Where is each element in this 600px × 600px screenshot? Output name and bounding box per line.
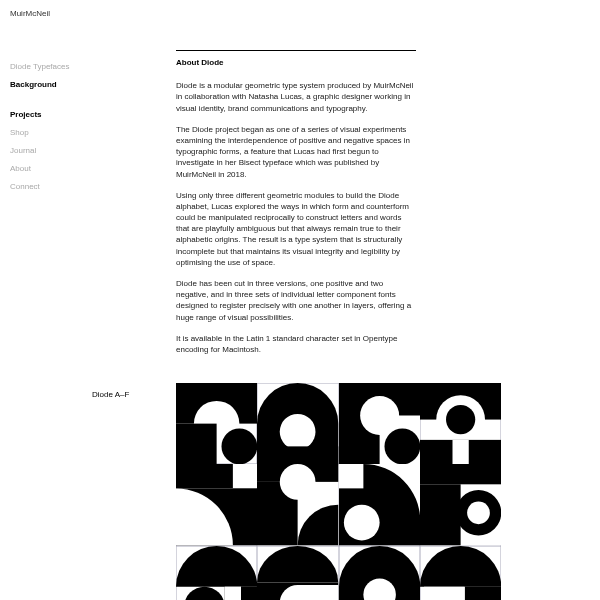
- glyph-cell: [420, 383, 501, 464]
- glyph-cell: [257, 464, 338, 545]
- glyph-cell: [257, 383, 338, 464]
- svg-point-12: [446, 405, 475, 434]
- sidebar: MuirMcNeil Diode Typefaces Background Pr…: [0, 0, 92, 600]
- svg-rect-16: [233, 464, 257, 488]
- svg-rect-26: [420, 464, 501, 484]
- svg-point-4: [280, 414, 316, 450]
- article-para: It is available in the Latin 1 standard …: [176, 333, 416, 355]
- svg-point-21: [280, 464, 316, 500]
- article: About Diode Diode is a modular geometric…: [176, 57, 416, 355]
- alphabet-grid: [176, 383, 501, 600]
- article-para: Using only three different geometric mod…: [176, 190, 416, 268]
- svg-rect-5: [257, 447, 338, 465]
- nav-diode-typefaces[interactable]: Diode Typefaces: [10, 61, 86, 72]
- svg-point-30: [184, 586, 225, 600]
- article-para: The Diode project began as one of a seri…: [176, 124, 416, 180]
- figure-wrap: Diode A–F: [92, 383, 600, 600]
- glyph-cell: [420, 464, 501, 545]
- figure-caption-col: Diode A–F: [92, 383, 176, 600]
- svg-rect-23: [339, 464, 363, 488]
- nav-about[interactable]: About: [10, 163, 86, 174]
- glyph-cell: [420, 546, 501, 600]
- nav-connect[interactable]: Connect: [10, 181, 86, 192]
- main-content: About Diode Diode is a modular geometric…: [92, 0, 600, 600]
- projects-nav: Projects Shop Journal About Connect: [10, 109, 86, 193]
- article-title: About Diode: [176, 57, 416, 68]
- glyph-cell: [257, 546, 338, 600]
- glyph-cell: [176, 464, 257, 545]
- section-rule: [176, 50, 416, 51]
- svg-point-9: [384, 429, 420, 465]
- svg-rect-2: [176, 424, 217, 465]
- svg-rect-35: [298, 585, 339, 600]
- nav-background[interactable]: Background: [10, 79, 86, 90]
- site-logo[interactable]: MuirMcNeil: [10, 8, 86, 19]
- svg-point-3: [222, 429, 258, 465]
- nav-shop[interactable]: Shop: [10, 127, 86, 138]
- figure-caption: Diode A–F: [92, 389, 176, 400]
- svg-point-24: [343, 505, 379, 541]
- svg-rect-27: [420, 485, 461, 546]
- section-nav: Diode Typefaces Background: [10, 61, 86, 90]
- svg-rect-32: [225, 586, 241, 600]
- glyph-cell: [339, 464, 420, 545]
- glyph-cell: [176, 546, 257, 600]
- glyph-cell: [339, 383, 420, 464]
- svg-rect-38: [464, 586, 501, 600]
- glyph-cell: [176, 383, 257, 464]
- article-para: Diode is a modular geometric type system…: [176, 80, 416, 114]
- projects-heading: Projects: [10, 109, 86, 120]
- svg-rect-14: [452, 440, 468, 464]
- nav-journal[interactable]: Journal: [10, 145, 86, 156]
- svg-point-29: [467, 502, 490, 525]
- glyph-cell: [339, 546, 420, 600]
- article-para: Diode has been cut in three versions, on…: [176, 278, 416, 323]
